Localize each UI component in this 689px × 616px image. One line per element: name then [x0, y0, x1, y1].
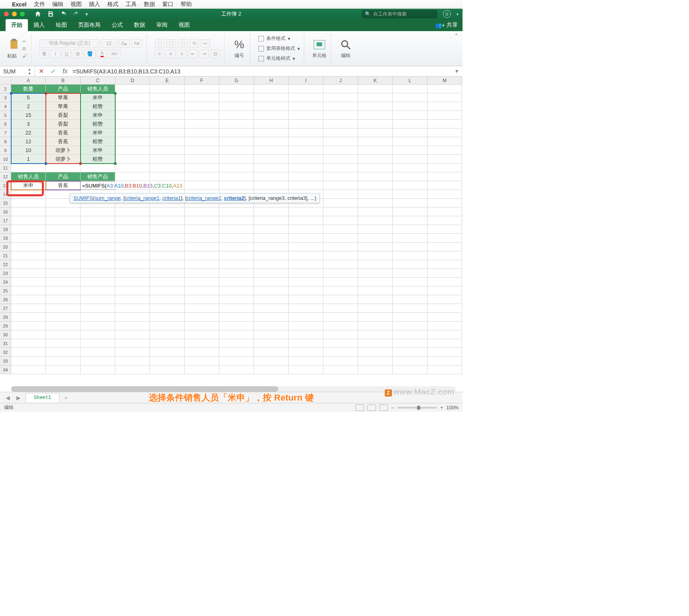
cell[interactable]: [46, 260, 81, 269]
cell[interactable]: [254, 225, 289, 234]
cell[interactable]: [219, 348, 254, 357]
cell[interactable]: [289, 120, 323, 128]
cell[interactable]: [427, 93, 462, 102]
cell[interactable]: [393, 304, 427, 313]
cell[interactable]: [358, 313, 393, 322]
bold-button[interactable]: B: [39, 49, 49, 58]
cell[interactable]: [254, 313, 289, 322]
formula-input[interactable]: =SUMIFS(A3:A10,B3:B10,B13,C3:C10,A13: [71, 68, 451, 75]
cell[interactable]: [358, 190, 393, 199]
cell[interactable]: [115, 339, 150, 348]
row-header[interactable]: 17: [0, 216, 11, 225]
increase-indent-icon[interactable]: ⇥: [199, 49, 209, 58]
cell[interactable]: 米申: [81, 111, 115, 120]
cell[interactable]: [185, 365, 219, 374]
cell[interactable]: [115, 111, 150, 120]
cell[interactable]: [150, 260, 185, 269]
cell[interactable]: [81, 357, 115, 365]
cell[interactable]: [289, 313, 323, 322]
cell[interactable]: 香梨: [46, 120, 81, 128]
row-header[interactable]: 21: [0, 251, 11, 260]
tab-home[interactable]: 开始: [6, 19, 28, 31]
cell[interactable]: [185, 120, 219, 128]
cell[interactable]: [289, 278, 323, 286]
cell[interactable]: [289, 251, 323, 260]
cell[interactable]: [115, 269, 150, 278]
cell[interactable]: [427, 111, 462, 120]
cell[interactable]: [81, 243, 115, 251]
cell[interactable]: 米申: [81, 128, 115, 137]
row-header[interactable]: 19: [0, 234, 11, 243]
cell[interactable]: [289, 111, 323, 120]
cell[interactable]: [150, 93, 185, 102]
cell[interactable]: [81, 322, 115, 330]
cell[interactable]: [358, 295, 393, 304]
col-header[interactable]: C: [81, 77, 115, 85]
cell[interactable]: [323, 164, 358, 172]
row-header[interactable]: 6: [0, 120, 11, 128]
tab-draw[interactable]: 绘图: [50, 19, 73, 31]
cell[interactable]: [254, 278, 289, 286]
cell[interactable]: [150, 286, 185, 295]
cell[interactable]: 香蕉: [46, 181, 81, 190]
cell[interactable]: [358, 243, 393, 251]
cell[interactable]: [46, 330, 81, 339]
cell[interactable]: [219, 93, 254, 102]
cell[interactable]: [46, 269, 81, 278]
cell[interactable]: [115, 313, 150, 322]
cell[interactable]: [254, 330, 289, 339]
cell[interactable]: [254, 357, 289, 365]
row-header[interactable]: 14: [0, 190, 11, 199]
cell[interactable]: [150, 172, 185, 181]
cell[interactable]: [150, 243, 185, 251]
cell[interactable]: [11, 330, 46, 339]
cell[interactable]: 栢赞: [81, 137, 115, 146]
cell[interactable]: [115, 260, 150, 269]
cell[interactable]: [289, 93, 323, 102]
cell[interactable]: [219, 164, 254, 172]
cell[interactable]: [11, 251, 46, 260]
cell[interactable]: [46, 286, 81, 295]
cell[interactable]: [150, 155, 185, 164]
align-middle-icon[interactable]: ⬚: [166, 39, 176, 48]
cell[interactable]: [427, 330, 462, 339]
app-name[interactable]: Excel: [12, 1, 27, 8]
cell[interactable]: [323, 207, 358, 216]
cell[interactable]: [254, 146, 289, 155]
col-header[interactable]: A: [11, 77, 46, 85]
cell[interactable]: [289, 137, 323, 146]
cell[interactable]: [219, 339, 254, 348]
cell[interactable]: [185, 330, 219, 339]
cell[interactable]: [289, 216, 323, 225]
row-header[interactable]: 33: [0, 357, 11, 365]
cell[interactable]: [219, 243, 254, 251]
cell[interactable]: [150, 102, 185, 111]
cell[interactable]: [46, 251, 81, 260]
cell[interactable]: 3: [11, 120, 46, 128]
cell[interactable]: [219, 260, 254, 269]
row-header[interactable]: 24: [0, 278, 11, 286]
cell[interactable]: [219, 286, 254, 295]
cell[interactable]: [358, 251, 393, 260]
cell[interactable]: [254, 348, 289, 357]
cell[interactable]: [115, 278, 150, 286]
cell[interactable]: [81, 313, 115, 322]
cell[interactable]: [358, 269, 393, 278]
cell[interactable]: [358, 234, 393, 243]
cell[interactable]: [323, 172, 358, 181]
cell[interactable]: [323, 120, 358, 128]
cell[interactable]: [323, 146, 358, 155]
cell[interactable]: [185, 85, 219, 93]
cell[interactable]: [11, 339, 46, 348]
menu-help[interactable]: 帮助: [181, 1, 192, 8]
cell[interactable]: [427, 339, 462, 348]
cell[interactable]: [254, 93, 289, 102]
cell[interactable]: [393, 365, 427, 374]
copy-icon[interactable]: ⧉: [22, 46, 27, 51]
cell[interactable]: [393, 234, 427, 243]
tab-layout[interactable]: 页面布局: [73, 19, 106, 31]
share-button[interactable]: 👥+ 共享: [435, 22, 458, 29]
cell[interactable]: [358, 330, 393, 339]
row-header[interactable]: 18: [0, 225, 11, 234]
cell[interactable]: [115, 164, 150, 172]
